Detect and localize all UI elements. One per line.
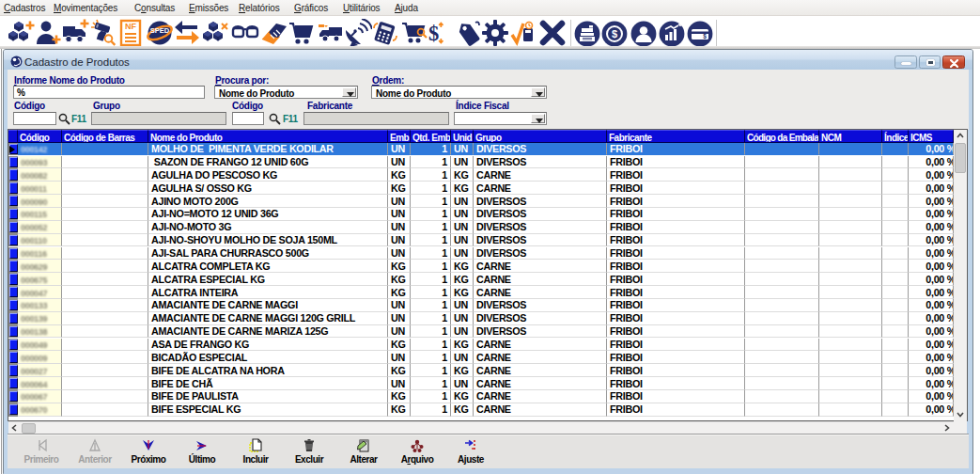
svg-text:NF: NF [125, 22, 136, 31]
svg-text:$: $ [612, 28, 617, 40]
svg-text:SPED: SPED [150, 26, 170, 35]
svg-text:$: $ [703, 33, 707, 40]
svg-text:$: $ [428, 22, 439, 45]
